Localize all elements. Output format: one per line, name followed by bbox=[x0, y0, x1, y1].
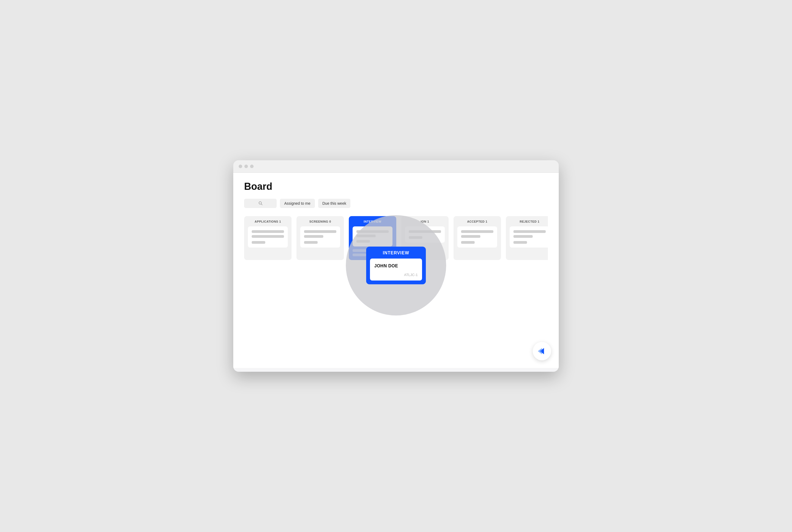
logo-fab-button[interactable] bbox=[533, 342, 551, 360]
card-line bbox=[353, 249, 393, 252]
card-line bbox=[252, 230, 284, 233]
svg-marker-3 bbox=[538, 348, 542, 355]
column-title-screening: SCREENING 0 bbox=[300, 220, 340, 223]
card-line bbox=[252, 235, 284, 238]
app-content: Board Assigned to me Due this week APPLI… bbox=[233, 173, 559, 368]
column-title-accepted: ACCEPTED 1 bbox=[457, 220, 497, 223]
board-container: APPLICATIONS 1 SCREENING 0 INTERVIEW bbox=[244, 216, 548, 263]
spotlight-card-name: JOHN DOE bbox=[374, 263, 418, 268]
interview-card-bg[interactable] bbox=[353, 226, 393, 246]
card-line bbox=[513, 230, 546, 233]
filter-due-button[interactable]: Due this week bbox=[318, 199, 351, 208]
column-screening: SCREENING 0 bbox=[297, 216, 344, 260]
page-title: Board bbox=[244, 181, 548, 192]
column-offer: ION 1 bbox=[401, 216, 449, 260]
card-tag bbox=[252, 241, 265, 244]
card-line bbox=[513, 235, 533, 238]
column-title-interview: INTERVIEW bbox=[353, 220, 393, 223]
column-rejected: REJECTED 1 bbox=[506, 216, 548, 260]
browser-chrome bbox=[233, 160, 559, 173]
svg-line-1 bbox=[261, 204, 262, 205]
card-line bbox=[304, 230, 336, 233]
card-tag bbox=[409, 236, 422, 239]
filter-assigned-button[interactable]: Assigned to me bbox=[280, 199, 315, 208]
column-title-applications: APPLICATIONS 1 bbox=[248, 220, 288, 223]
column-title-rejected: REJECTED 1 bbox=[510, 220, 548, 223]
card-line bbox=[409, 230, 441, 233]
column-applications: APPLICATIONS 1 bbox=[244, 216, 291, 260]
card-line bbox=[356, 234, 376, 237]
card-line bbox=[461, 235, 480, 238]
search-icon bbox=[258, 201, 263, 206]
card-tag bbox=[513, 241, 527, 244]
toolbar: Assigned to me Due this week bbox=[244, 199, 548, 208]
card[interactable] bbox=[510, 226, 548, 248]
browser-window: Board Assigned to me Due this week APPLI… bbox=[233, 160, 559, 372]
spotlight-card-id: ATLJC-1 bbox=[374, 272, 418, 277]
browser-dot-red bbox=[239, 165, 242, 168]
logo-arrow-icon bbox=[537, 346, 547, 356]
card[interactable] bbox=[457, 226, 497, 248]
card-tag bbox=[304, 241, 318, 244]
card-tag bbox=[353, 253, 366, 256]
search-box[interactable] bbox=[244, 199, 277, 208]
card-line bbox=[304, 235, 323, 238]
column-accepted: ACCEPTED 1 bbox=[453, 216, 501, 260]
card-tag bbox=[461, 241, 475, 244]
card-tag bbox=[356, 240, 370, 243]
card-line bbox=[461, 230, 493, 233]
column-title-offer: ION 1 bbox=[405, 220, 445, 223]
card-second[interactable] bbox=[353, 249, 393, 256]
browser-dot-green bbox=[250, 165, 253, 168]
column-interview: INTERVIEW bbox=[349, 216, 396, 260]
card[interactable] bbox=[300, 226, 340, 248]
card[interactable] bbox=[248, 226, 288, 248]
card-line bbox=[356, 230, 389, 233]
card[interactable] bbox=[405, 226, 445, 243]
browser-dot-yellow bbox=[244, 165, 248, 168]
